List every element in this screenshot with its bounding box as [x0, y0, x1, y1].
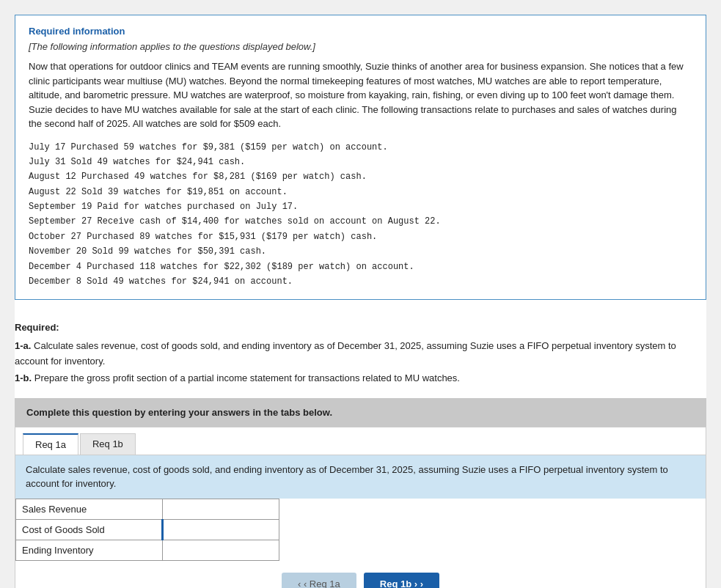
transaction-row: September 27 Receive cash of $14,400 for…	[29, 214, 692, 229]
transaction-row: October 27 Purchased 89 watches for $15,…	[29, 229, 692, 244]
sales-revenue-input-cell	[162, 499, 279, 519]
req-1b-text: Prepare the gross profit section of a pa…	[32, 372, 460, 383]
cogs-input-cell	[162, 519, 279, 540]
answer-table: Sales Revenue Cost of Goods Sold	[15, 499, 279, 561]
sales-revenue-input[interactable]	[163, 499, 279, 519]
req-1a-text: Calculate sales revenue, cost of goods s…	[15, 340, 676, 367]
ending-inventory-label: Ending Inventory	[16, 540, 163, 560]
cogs-input[interactable]	[164, 520, 279, 540]
required-line-1a: 1-a. Calculate sales revenue, cost of go…	[15, 339, 706, 370]
required-line-1b: 1-b. Prepare the gross profit section of…	[15, 371, 706, 386]
complete-box-text: Complete this question by entering your …	[26, 407, 332, 418]
table-row-sales-revenue: Sales Revenue	[16, 499, 279, 519]
transaction-row: September 19 Paid for watches purchased …	[29, 199, 692, 214]
transaction-row: August 12 Purchased 49 watches for $8,28…	[29, 169, 692, 184]
tab-req1a[interactable]: Req 1a	[23, 433, 78, 455]
next-button[interactable]: Req 1b ›	[364, 573, 439, 588]
tab-content-req1a: Calculate sales revenue, cost of goods s…	[15, 455, 706, 588]
main-container: Required information [The following info…	[15, 15, 706, 588]
req-1a-bold: 1-a.	[15, 340, 31, 351]
tabs-container: Req 1a Req 1b Calculate sales revenue, c…	[15, 427, 706, 588]
required-section: Required: 1-a. Calculate sales revenue, …	[15, 313, 706, 397]
complete-box: Complete this question by entering your …	[15, 398, 706, 427]
tabs-header: Req 1a Req 1b	[15, 427, 706, 455]
ending-inventory-input-cell	[162, 540, 279, 560]
transaction-row: November 20 Sold 99 watches for $50,391 …	[29, 244, 692, 259]
info-box-title: Required information	[29, 26, 692, 37]
transaction-row: July 31 Sold 49 watches for $24,941 cash…	[29, 155, 692, 169]
required-title: Required:	[15, 320, 706, 336]
cogs-label: Cost of Goods Sold	[16, 519, 163, 540]
ending-inventory-input[interactable]	[163, 540, 279, 560]
transactions-list: July 17 Purchased 59 watches for $9,381 …	[29, 140, 692, 290]
info-box: Required information [The following info…	[15, 15, 706, 300]
info-box-paragraph: Now that operations for outdoor clinics …	[29, 59, 692, 131]
table-row-cogs: Cost of Goods Sold	[16, 519, 279, 540]
info-box-subtitle: [The following information applies to th…	[29, 41, 692, 52]
transaction-row: July 17 Purchased 59 watches for $9,381 …	[29, 140, 692, 155]
prev-button[interactable]: ‹ Req 1a	[282, 573, 356, 588]
transaction-row: August 22 Sold 39 watches for $19,851 on…	[29, 185, 692, 199]
nav-buttons: ‹ Req 1a Req 1b ›	[15, 561, 706, 588]
tab-req1b[interactable]: Req 1b	[80, 433, 136, 455]
tab-description: Calculate sales revenue, cost of goods s…	[15, 455, 706, 499]
answer-table-wrapper: Sales Revenue Cost of Goods Sold	[15, 499, 279, 561]
transaction-row: December 8 Sold 49 watches for $24,941 o…	[29, 274, 692, 289]
table-row-ending-inventory: Ending Inventory	[16, 540, 279, 560]
transaction-row: December 4 Purchased 118 watches for $22…	[29, 260, 692, 274]
req-1b-bold: 1-b.	[15, 372, 32, 383]
sales-revenue-label: Sales Revenue	[16, 499, 163, 519]
